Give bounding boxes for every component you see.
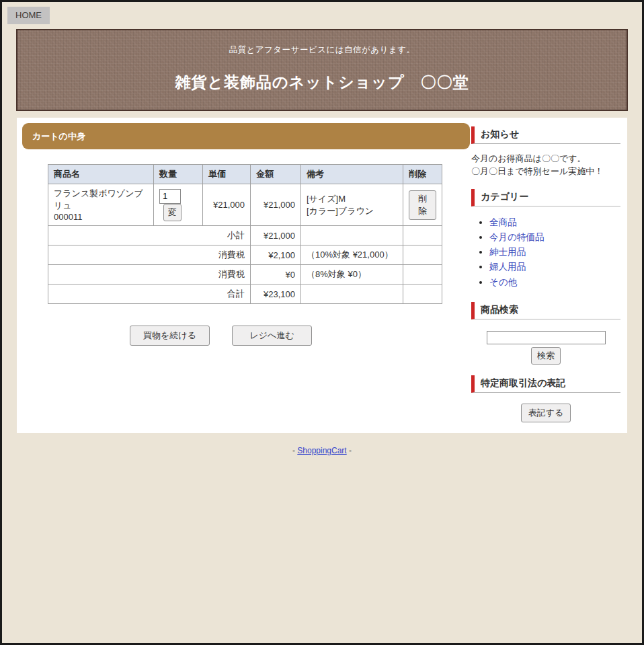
item-note-size: [サイズ]M bbox=[307, 194, 346, 204]
header-delete: 削除 bbox=[403, 165, 442, 184]
news-heading: お知らせ bbox=[471, 126, 620, 144]
category-item: その他 bbox=[489, 275, 620, 290]
total-amount: ¥23,100 bbox=[251, 284, 301, 304]
quantity-input[interactable] bbox=[159, 189, 181, 204]
subtotal-amount: ¥21,000 bbox=[251, 226, 301, 245]
category-item: 今月の特価品 bbox=[489, 230, 620, 245]
page: HOME 品質とアフターサービスには自信があります。 雑貨と装飾品のネットショッ… bbox=[0, 0, 644, 645]
category-link-all[interactable]: 全商品 bbox=[489, 217, 517, 227]
continue-shopping-button[interactable]: 買物を続ける bbox=[130, 326, 210, 346]
cart-item-row: フランス製ボワゾンブリュ 000011 変 ¥21,000 ¥21,000 [サ… bbox=[48, 184, 442, 226]
news-line2: 〇月〇日まで特別セール実施中！ bbox=[471, 166, 603, 176]
total-note bbox=[301, 284, 403, 304]
tax8-amount: ¥0 bbox=[251, 265, 301, 284]
product-search-input[interactable] bbox=[487, 331, 606, 344]
cart-title: カートの中身 bbox=[22, 123, 470, 149]
category-item: 紳士用品 bbox=[489, 245, 620, 260]
quantity-change-button[interactable]: 変 bbox=[163, 204, 182, 221]
tax10-amount: ¥2,100 bbox=[251, 245, 301, 265]
item-name-line2: 000011 bbox=[54, 212, 82, 222]
news-text: 今月のお得商品は〇〇です。 〇月〇日まで特別セール実施中！ bbox=[471, 153, 620, 178]
total-delete-cell bbox=[403, 284, 442, 304]
tax8-note: （8%対象 ¥0） bbox=[301, 265, 403, 284]
item-note-color: [カラー]ブラウン bbox=[307, 206, 374, 216]
category-list: 全商品 今月の特価品 紳士用品 婦人用品 その他 bbox=[471, 215, 620, 290]
header-product-name: 商品名 bbox=[48, 165, 154, 184]
shop-title: 雑貨と装飾品のネットショップ 〇〇堂 bbox=[17, 72, 627, 93]
tax8-label: 消費税 bbox=[48, 265, 251, 284]
tax10-label: 消費税 bbox=[48, 245, 251, 265]
proceed-to-checkout-button[interactable]: レジへ進む bbox=[232, 326, 312, 346]
category-link-monthly-specials[interactable]: 今月の特価品 bbox=[489, 232, 544, 242]
item-amount: ¥21,000 bbox=[251, 184, 301, 226]
delete-item-button[interactable]: 削除 bbox=[409, 190, 436, 220]
item-name-line1: フランス製ボワゾンブリュ bbox=[54, 188, 143, 211]
category-link-mens[interactable]: 紳士用品 bbox=[489, 247, 526, 257]
header-amount: 金額 bbox=[251, 165, 301, 184]
banner-tagline: 品質とアフターサービスには自信があります。 bbox=[17, 30, 627, 56]
category-item: 全商品 bbox=[489, 215, 620, 230]
search-heading: 商品検索 bbox=[471, 302, 620, 319]
cart-table: 商品名 数量 単価 金額 備考 削除 フランス製ボワゾンブリュ 000011 変 bbox=[48, 164, 442, 304]
total-label: 合計 bbox=[48, 284, 251, 304]
search-button-wrap: 検索 bbox=[471, 346, 620, 365]
header-unit-price: 単価 bbox=[203, 165, 251, 184]
item-qty-cell: 変 bbox=[154, 184, 203, 226]
content-panel: カートの中身 商品名 数量 単価 金額 備考 削除 フランス製ボワゾンブリュ bbox=[17, 118, 627, 433]
legal-heading: 特定商取引法の表記 bbox=[471, 375, 620, 393]
footer-suffix: - bbox=[347, 446, 352, 455]
tax10-row: 消費税 ¥2,100 （10%対象 ¥21,000） bbox=[48, 245, 442, 265]
shop-banner: 品質とアフターサービスには自信があります。 雑貨と装飾品のネットショップ 〇〇堂 bbox=[16, 29, 628, 111]
total-row: 合計 ¥23,100 bbox=[48, 284, 442, 304]
subtotal-label: 小計 bbox=[48, 226, 251, 245]
cart-actions: 買物を続ける レジへ進む bbox=[130, 326, 470, 346]
sidebar: お知らせ 今月のお得商品は〇〇です。 〇月〇日まで特別セール実施中！ カテゴリー… bbox=[471, 123, 620, 422]
shopping-cart-link[interactable]: ShoppingCart bbox=[297, 446, 346, 455]
categories-heading: カテゴリー bbox=[471, 189, 620, 206]
subtotal-note bbox=[301, 226, 403, 245]
legal-button-wrap: 表記する bbox=[471, 393, 620, 422]
cart-main-column: カートの中身 商品名 数量 単価 金額 備考 削除 フランス製ボワゾンブリュ bbox=[22, 123, 470, 422]
footer: - ShoppingCart - bbox=[2, 446, 642, 455]
tax10-note: （10%対象 ¥21,000） bbox=[301, 245, 403, 265]
item-delete-cell: 削除 bbox=[403, 184, 442, 226]
legal-notice-button[interactable]: 表記する bbox=[521, 404, 571, 422]
search-button[interactable]: 検索 bbox=[531, 347, 561, 365]
tax10-delete-cell bbox=[403, 245, 442, 265]
item-name: フランス製ボワゾンブリュ 000011 bbox=[48, 184, 154, 226]
subtotal-row: 小計 ¥21,000 bbox=[48, 226, 442, 245]
header-note: 備考 bbox=[301, 165, 403, 184]
category-item: 婦人用品 bbox=[489, 260, 620, 274]
header-quantity: 数量 bbox=[154, 165, 203, 184]
item-note: [サイズ]M [カラー]ブラウン bbox=[301, 184, 403, 226]
news-line1: 今月のお得商品は〇〇です。 bbox=[471, 153, 586, 163]
category-link-others[interactable]: その他 bbox=[489, 277, 517, 287]
subtotal-delete-cell bbox=[403, 226, 442, 245]
tax8-row: 消費税 ¥0 （8%対象 ¥0） bbox=[48, 265, 442, 284]
cart-table-header-row: 商品名 数量 単価 金額 備考 削除 bbox=[48, 165, 442, 184]
home-tab[interactable]: HOME bbox=[7, 7, 50, 24]
tax8-delete-cell bbox=[403, 265, 442, 284]
item-unit-price: ¥21,000 bbox=[203, 184, 251, 226]
category-link-womens[interactable]: 婦人用品 bbox=[489, 262, 526, 272]
